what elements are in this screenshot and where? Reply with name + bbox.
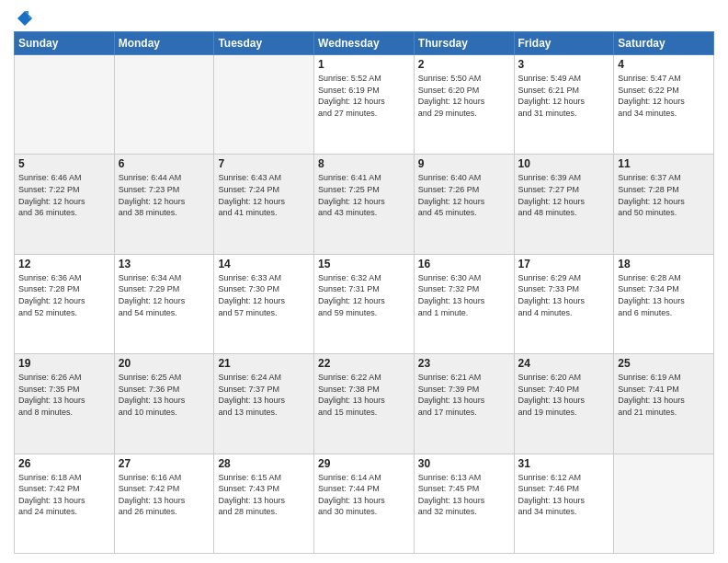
day-number: 12 [18, 258, 110, 270]
calendar-cell: 11Sunrise: 6:37 AM Sunset: 7:28 PM Dayli… [614, 155, 714, 254]
calendar-header-row: SundayMondayTuesdayWednesdayThursdayFrid… [15, 32, 714, 55]
day-number: 29 [318, 457, 410, 470]
day-info: Sunrise: 6:26 AM Sunset: 7:35 PM Dayligh… [18, 372, 110, 418]
day-number: 16 [418, 258, 510, 270]
calendar-cell: 10Sunrise: 6:39 AM Sunset: 7:27 PM Dayli… [514, 155, 614, 254]
calendar-cell: 15Sunrise: 6:32 AM Sunset: 7:31 PM Dayli… [314, 254, 415, 353]
weekday-header-wednesday: Wednesday [314, 32, 415, 55]
calendar-cell: 12Sunrise: 6:36 AM Sunset: 7:28 PM Dayli… [15, 254, 115, 353]
calendar-week-1: 1Sunrise: 5:52 AM Sunset: 6:19 PM Daylig… [15, 55, 714, 155]
day-info: Sunrise: 6:43 AM Sunset: 7:24 PM Dayligh… [218, 172, 310, 218]
day-number: 11 [618, 157, 710, 170]
calendar-cell [114, 55, 214, 155]
day-number: 7 [218, 157, 310, 170]
calendar-cell: 29Sunrise: 6:14 AM Sunset: 7:44 PM Dayli… [314, 454, 415, 553]
day-info: Sunrise: 5:49 AM Sunset: 6:21 PM Dayligh… [518, 73, 610, 119]
calendar-week-2: 5Sunrise: 6:46 AM Sunset: 7:22 PM Daylig… [15, 155, 714, 254]
day-info: Sunrise: 6:14 AM Sunset: 7:44 PM Dayligh… [318, 472, 410, 518]
day-info: Sunrise: 5:52 AM Sunset: 6:19 PM Dayligh… [318, 73, 410, 119]
calendar-cell: 6Sunrise: 6:44 AM Sunset: 7:23 PM Daylig… [114, 155, 214, 254]
calendar-cell: 13Sunrise: 6:34 AM Sunset: 7:29 PM Dayli… [114, 254, 214, 353]
calendar-week-4: 19Sunrise: 6:26 AM Sunset: 7:35 PM Dayli… [15, 354, 714, 454]
day-number: 25 [618, 357, 710, 370]
day-number: 15 [318, 258, 410, 270]
calendar-cell: 17Sunrise: 6:29 AM Sunset: 7:33 PM Dayli… [514, 254, 614, 353]
calendar-cell: 22Sunrise: 6:22 AM Sunset: 7:38 PM Dayli… [314, 354, 415, 454]
day-number: 2 [418, 58, 510, 71]
day-info: Sunrise: 6:20 AM Sunset: 7:40 PM Dayligh… [518, 372, 610, 418]
day-number: 20 [119, 357, 210, 370]
calendar-cell: 16Sunrise: 6:30 AM Sunset: 7:32 PM Dayli… [414, 254, 514, 353]
day-number: 17 [518, 258, 610, 270]
day-info: Sunrise: 5:50 AM Sunset: 6:20 PM Dayligh… [418, 73, 510, 119]
day-number: 22 [318, 357, 410, 370]
day-number: 19 [18, 357, 110, 370]
day-number: 21 [218, 357, 310, 370]
calendar-cell: 27Sunrise: 6:16 AM Sunset: 7:42 PM Dayli… [114, 454, 214, 553]
day-info: Sunrise: 6:36 AM Sunset: 7:28 PM Dayligh… [18, 272, 110, 318]
day-number: 13 [119, 258, 210, 270]
weekday-header-monday: Monday [114, 32, 214, 55]
day-info: Sunrise: 6:16 AM Sunset: 7:42 PM Dayligh… [119, 472, 210, 518]
logo-icon [16, 9, 34, 28]
calendar-cell: 1Sunrise: 5:52 AM Sunset: 6:19 PM Daylig… [314, 55, 415, 155]
day-info: Sunrise: 6:40 AM Sunset: 7:26 PM Dayligh… [418, 172, 510, 218]
day-number: 26 [18, 457, 110, 470]
day-number: 31 [518, 457, 610, 470]
calendar-cell: 31Sunrise: 6:12 AM Sunset: 7:46 PM Dayli… [514, 454, 614, 553]
calendar-cell: 24Sunrise: 6:20 AM Sunset: 7:40 PM Dayli… [514, 354, 614, 454]
day-info: Sunrise: 6:39 AM Sunset: 7:27 PM Dayligh… [518, 172, 610, 218]
day-info: Sunrise: 6:19 AM Sunset: 7:41 PM Dayligh… [618, 372, 710, 418]
page: SundayMondayTuesdayWednesdayThursdayFrid… [0, 0, 728, 563]
calendar-cell: 18Sunrise: 6:28 AM Sunset: 7:34 PM Dayli… [614, 254, 714, 353]
weekday-header-tuesday: Tuesday [214, 32, 314, 55]
day-info: Sunrise: 6:22 AM Sunset: 7:38 PM Dayligh… [318, 372, 410, 418]
day-number: 9 [418, 157, 510, 170]
day-info: Sunrise: 6:44 AM Sunset: 7:23 PM Dayligh… [119, 172, 210, 218]
day-info: Sunrise: 6:37 AM Sunset: 7:28 PM Dayligh… [618, 172, 710, 218]
calendar-cell: 20Sunrise: 6:25 AM Sunset: 7:36 PM Dayli… [114, 354, 214, 454]
calendar-cell: 25Sunrise: 6:19 AM Sunset: 7:41 PM Dayli… [614, 354, 714, 454]
day-info: Sunrise: 6:21 AM Sunset: 7:39 PM Dayligh… [418, 372, 510, 418]
day-number: 10 [518, 157, 610, 170]
day-info: Sunrise: 6:41 AM Sunset: 7:25 PM Dayligh… [318, 172, 410, 218]
calendar-cell: 19Sunrise: 6:26 AM Sunset: 7:35 PM Dayli… [15, 354, 115, 454]
day-number: 23 [418, 357, 510, 370]
calendar-week-5: 26Sunrise: 6:18 AM Sunset: 7:42 PM Dayli… [15, 454, 714, 553]
day-number: 24 [518, 357, 610, 370]
calendar-cell [214, 55, 314, 155]
day-number: 14 [218, 258, 310, 270]
calendar-cell: 7Sunrise: 6:43 AM Sunset: 7:24 PM Daylig… [214, 155, 314, 254]
day-number: 27 [119, 457, 210, 470]
logo-text [14, 9, 34, 28]
day-number: 5 [18, 157, 110, 170]
day-number: 28 [218, 457, 310, 470]
day-info: Sunrise: 6:32 AM Sunset: 7:31 PM Dayligh… [318, 272, 410, 318]
calendar-cell: 21Sunrise: 6:24 AM Sunset: 7:37 PM Dayli… [214, 354, 314, 454]
weekday-header-saturday: Saturday [614, 32, 714, 55]
calendar: SundayMondayTuesdayWednesdayThursdayFrid… [14, 31, 714, 554]
day-number: 18 [618, 258, 710, 270]
day-info: Sunrise: 6:30 AM Sunset: 7:32 PM Dayligh… [418, 272, 510, 318]
weekday-header-sunday: Sunday [15, 32, 115, 55]
calendar-cell: 28Sunrise: 6:15 AM Sunset: 7:43 PM Dayli… [214, 454, 314, 553]
calendar-cell: 2Sunrise: 5:50 AM Sunset: 6:20 PM Daylig… [414, 55, 514, 155]
day-info: Sunrise: 5:47 AM Sunset: 6:22 PM Dayligh… [618, 73, 710, 119]
day-info: Sunrise: 6:24 AM Sunset: 7:37 PM Dayligh… [218, 372, 310, 418]
calendar-cell: 5Sunrise: 6:46 AM Sunset: 7:22 PM Daylig… [15, 155, 115, 254]
day-number: 4 [618, 58, 710, 71]
calendar-cell: 8Sunrise: 6:41 AM Sunset: 7:25 PM Daylig… [314, 155, 415, 254]
calendar-cell: 30Sunrise: 6:13 AM Sunset: 7:45 PM Dayli… [414, 454, 514, 553]
weekday-header-friday: Friday [514, 32, 614, 55]
day-info: Sunrise: 6:34 AM Sunset: 7:29 PM Dayligh… [119, 272, 210, 318]
calendar-cell: 4Sunrise: 5:47 AM Sunset: 6:22 PM Daylig… [614, 55, 714, 155]
calendar-cell [614, 454, 714, 553]
day-number: 6 [119, 157, 210, 170]
calendar-cell: 3Sunrise: 5:49 AM Sunset: 6:21 PM Daylig… [514, 55, 614, 155]
day-number: 1 [318, 58, 410, 71]
calendar-cell: 23Sunrise: 6:21 AM Sunset: 7:39 PM Dayli… [414, 354, 514, 454]
day-info: Sunrise: 6:13 AM Sunset: 7:45 PM Dayligh… [418, 472, 510, 518]
day-number: 3 [518, 58, 610, 71]
calendar-cell [15, 55, 115, 155]
header [14, 9, 714, 24]
